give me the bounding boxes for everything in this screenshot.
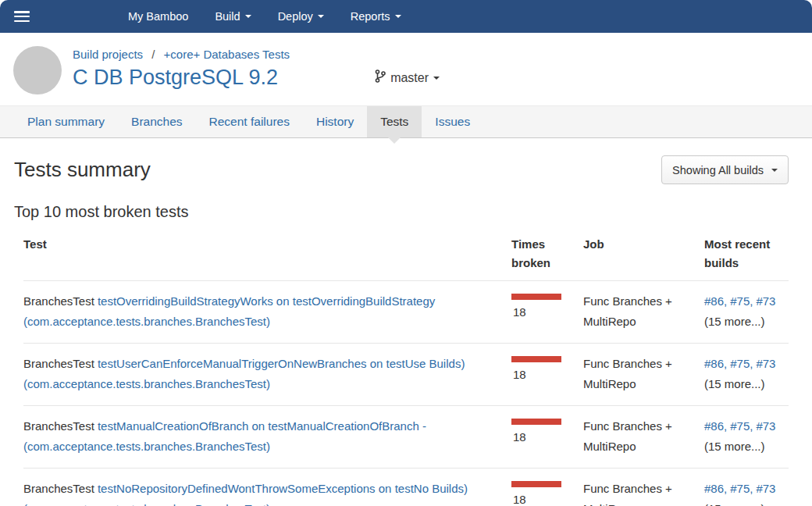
- summary-header-row: Tests summary Showing All builds: [0, 138, 812, 184]
- tab-branches[interactable]: Branches: [118, 106, 195, 137]
- build-link[interactable]: #86: [704, 482, 724, 495]
- build-link[interactable]: #73: [756, 482, 775, 495]
- breadcrumb-project[interactable]: +core+ Databases Tests: [164, 48, 290, 61]
- test-cell: BranchesTesttestUserCanEnforceManualTrig…: [23, 354, 511, 394]
- recent-builds-cell: #86,#75,#73 (15 more...): [704, 416, 789, 457]
- test-class-name: BranchesTest: [23, 482, 94, 495]
- builds-links: #86,#75,#73: [704, 482, 775, 495]
- more-builds: (15 more...): [704, 374, 775, 394]
- job-name: Func Branches + MultiRepo: [583, 354, 704, 394]
- tab-history[interactable]: History: [303, 106, 367, 137]
- tab-issues[interactable]: Issues: [422, 106, 483, 137]
- build-link[interactable]: #75: [730, 294, 750, 308]
- build-link[interactable]: #73: [756, 357, 775, 370]
- chevron-down-icon: [771, 169, 778, 172]
- table-row: BranchesTesttestNoRepositoryDefinedWontT…: [23, 468, 789, 506]
- tab-recent-failures[interactable]: Recent failures: [196, 106, 303, 137]
- test-class-name: BranchesTest: [23, 419, 94, 433]
- branch-selector[interactable]: master: [375, 69, 440, 86]
- nav-my-bamboo-label: My Bamboo: [128, 10, 188, 23]
- build-link[interactable]: #86: [704, 419, 724, 433]
- separator: ,: [724, 419, 727, 433]
- column-header-most-recent-builds: Most recent builds: [704, 235, 789, 273]
- nav-reports-label: Reports: [351, 10, 390, 23]
- times-broken-count: 18: [511, 368, 569, 381]
- build-link[interactable]: #75: [730, 482, 750, 495]
- test-cell: BranchesTesttestManualCreationOfBranch o…: [23, 416, 511, 457]
- page-title: C DB PostgreSQL 9.2: [73, 66, 278, 90]
- job-name: Func Branches + MultiRepo: [583, 479, 704, 506]
- build-link[interactable]: #73: [756, 419, 775, 433]
- plan-avatar: [13, 46, 62, 94]
- hamburger-menu-icon[interactable]: [14, 11, 30, 22]
- chevron-down-icon: [245, 15, 251, 18]
- times-broken-cell: 18: [511, 416, 583, 457]
- chevron-down-icon: [395, 15, 401, 18]
- nav-items: My Bamboo Build Deploy Reports: [128, 10, 401, 23]
- test-class-name: BranchesTest: [23, 357, 94, 370]
- build-link[interactable]: #86: [704, 357, 724, 370]
- breadcrumb-separator: /: [151, 48, 155, 61]
- recent-builds-cell: #86,#75,#73 (15 more...): [704, 479, 789, 506]
- tab-tests[interactable]: Tests: [367, 106, 422, 137]
- build-link[interactable]: #75: [730, 419, 750, 433]
- showing-builds-label: Showing All builds: [672, 164, 764, 176]
- builds-links: #86,#75,#73: [704, 294, 775, 308]
- nav-build-label: Build: [215, 10, 240, 23]
- separator: ,: [750, 294, 753, 308]
- more-builds: (15 more...): [704, 312, 775, 332]
- separator: ,: [750, 419, 753, 433]
- branch-name: master: [390, 71, 429, 85]
- tests-summary-content: Tests summary Showing All builds Top 10 …: [0, 138, 812, 506]
- top-navbar: My Bamboo Build Deploy Reports: [0, 0, 812, 33]
- times-broken-count: 18: [511, 493, 569, 506]
- recent-builds-cell: #86,#75,#73 (15 more...): [704, 291, 789, 332]
- separator: ,: [750, 482, 753, 495]
- showing-builds-dropdown[interactable]: Showing All builds: [661, 155, 789, 184]
- breadcrumb: Build projects / +core+ Databases Tests: [73, 48, 440, 61]
- plan-tabbar: Plan summary Branches Recent failures Hi…: [0, 105, 812, 138]
- table-row: BranchesTesttestUserCanEnforceManualTrig…: [23, 343, 789, 405]
- nav-build-menu[interactable]: Build: [215, 10, 251, 23]
- broken-tests-table: Test Times broken Job Most recent builds…: [23, 226, 789, 506]
- recent-builds-cell: #86,#75,#73 (15 more...): [704, 354, 789, 394]
- job-name: Func Branches + MultiRepo: [583, 291, 704, 332]
- nav-deploy-label: Deploy: [278, 10, 313, 23]
- builds-links: #86,#75,#73: [704, 357, 775, 370]
- table-header-row: Test Times broken Job Most recent builds: [23, 226, 789, 280]
- table-row: BranchesTesttestOverridingBuildStrategyW…: [23, 280, 789, 343]
- broken-tests-section-title: Top 10 most broken tests: [0, 184, 812, 226]
- build-link[interactable]: #86: [704, 294, 724, 308]
- separator: ,: [724, 294, 727, 308]
- builds-links: #86,#75,#73: [704, 419, 775, 433]
- bamboo-page: My Bamboo Build Deploy Reports Build pro…: [0, 0, 812, 506]
- job-name: Func Branches + MultiRepo: [583, 416, 704, 457]
- times-broken-cell: 18: [511, 479, 583, 506]
- build-link[interactable]: #75: [730, 357, 750, 370]
- plan-head-text: Build projects / +core+ Databases Tests …: [73, 46, 440, 90]
- times-broken-cell: 18: [511, 291, 583, 332]
- nav-my-bamboo[interactable]: My Bamboo: [128, 10, 188, 23]
- broken-bar: [511, 294, 561, 300]
- build-link[interactable]: #73: [756, 294, 775, 308]
- separator: ,: [750, 357, 753, 370]
- broken-bar: [511, 356, 561, 362]
- breadcrumb-build-projects[interactable]: Build projects: [73, 48, 143, 61]
- tab-plan-summary[interactable]: Plan summary: [14, 106, 118, 137]
- nav-reports-menu[interactable]: Reports: [351, 10, 401, 23]
- tests-summary-title: Tests summary: [14, 158, 151, 182]
- nav-deploy-menu[interactable]: Deploy: [278, 10, 324, 23]
- column-header-job: Job: [583, 235, 704, 273]
- table-row: BranchesTesttestManualCreationOfBranch o…: [23, 405, 789, 468]
- times-broken-cell: 18: [511, 354, 583, 394]
- column-header-test: Test: [23, 235, 511, 273]
- test-cell: BranchesTesttestNoRepositoryDefinedWontT…: [23, 479, 511, 506]
- more-builds: (15 more...): [704, 499, 775, 506]
- separator: ,: [724, 482, 727, 495]
- times-broken-count: 18: [511, 305, 569, 319]
- chevron-down-icon: [433, 77, 440, 80]
- branch-icon: [375, 69, 386, 86]
- plan-header: Build projects / +core+ Databases Tests …: [0, 33, 812, 105]
- separator: ,: [724, 357, 727, 370]
- broken-bar: [511, 481, 561, 487]
